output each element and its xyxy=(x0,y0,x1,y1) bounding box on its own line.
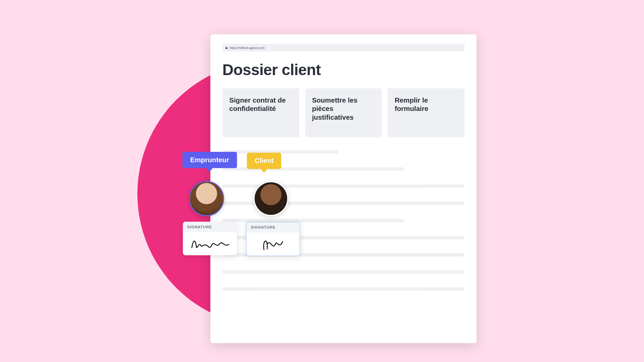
signature-area[interactable] xyxy=(247,233,300,256)
page-title: Dossier client xyxy=(222,61,465,79)
placeholder-text-block xyxy=(222,150,465,291)
illustration-stage: https://milford-agency.com Dossier clien… xyxy=(0,1,644,361)
role-badge-label: Emprunteur xyxy=(190,156,229,164)
avatar-client xyxy=(253,181,288,216)
role-badge-client: Client xyxy=(247,153,281,169)
signature-scribble-icon xyxy=(252,236,294,252)
task-card-sign-nda[interactable]: Signer contrat de confidentialité xyxy=(222,88,299,137)
task-cards-row: Signer contrat de confidentialité Soumet… xyxy=(222,88,465,137)
avatar-face-icon xyxy=(255,182,287,215)
signature-box-borrower[interactable]: SIGNATURE xyxy=(183,222,237,255)
avatar-borrower xyxy=(189,181,224,216)
task-card-title: Remplir le formulaire xyxy=(395,96,458,113)
url-text: https://milford-agency.com xyxy=(230,46,265,49)
task-card-title: Signer contrat de confidentialité xyxy=(229,96,292,113)
signature-area[interactable] xyxy=(183,232,237,255)
avatar-face-icon xyxy=(190,182,223,216)
signature-label: SIGNATURE xyxy=(247,222,300,233)
placeholder-line xyxy=(222,270,465,274)
signature-box-client[interactable]: SIGNATURE xyxy=(246,222,300,256)
task-card-fill-form[interactable]: Remplir le formulaire xyxy=(388,88,465,137)
signature-label: SIGNATURE xyxy=(183,222,237,232)
role-badge-borrower: Emprunteur xyxy=(182,152,237,168)
placeholder-line xyxy=(222,287,465,291)
task-card-title: Soumettre les pièces justificatives xyxy=(312,96,375,122)
client-file-card: https://milford-agency.com Dossier clien… xyxy=(210,34,477,343)
task-card-submit-docs[interactable]: Soumettre les pièces justificatives xyxy=(305,88,382,137)
lock-icon xyxy=(225,46,228,49)
signature-scribble-icon xyxy=(188,236,231,252)
url-bar: https://milford-agency.com xyxy=(222,44,465,51)
role-badge-label: Client xyxy=(255,157,274,164)
